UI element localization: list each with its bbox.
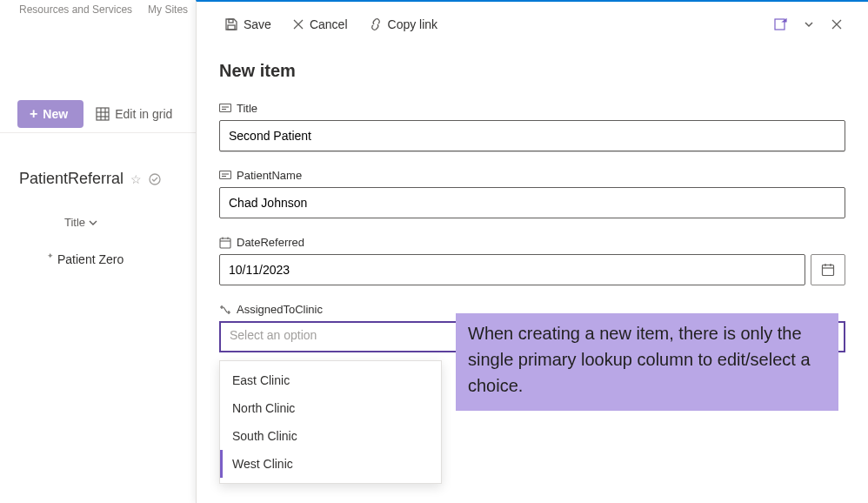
- chevron-down-icon: [89, 218, 97, 227]
- favorite-star-icon[interactable]: ☆: [130, 172, 142, 186]
- svg-rect-9: [220, 104, 231, 111]
- calendar-icon: [219, 237, 231, 249]
- column-header-label: Title: [64, 216, 85, 229]
- save-icon: [224, 17, 238, 31]
- date-picker-button[interactable]: [811, 254, 845, 285]
- copy-link-label: Copy link: [388, 17, 438, 31]
- svg-rect-12: [220, 171, 231, 178]
- field-patientname: PatientName: [219, 169, 845, 218]
- form-panel: Save Cancel Copy link: [196, 0, 868, 503]
- chevron-down-icon: [804, 19, 814, 30]
- plus-icon: +: [30, 107, 37, 121]
- clinic-dropdown: East Clinic North Clinic South Clinic We…: [219, 360, 442, 484]
- new-button[interactable]: + New: [17, 100, 83, 128]
- title-input[interactable]: [219, 120, 845, 151]
- assignedtoclinic-label: AssignedToClinic: [237, 303, 323, 316]
- edit-in-grid-button[interactable]: Edit in grid: [96, 107, 172, 121]
- annotation-callout: When creating a new item, there is only …: [456, 313, 838, 411]
- panel-body: New item Title PatientName: [197, 45, 868, 352]
- svg-point-5: [150, 174, 160, 184]
- more-chevron-button[interactable]: [797, 12, 821, 37]
- patientname-input[interactable]: [219, 187, 845, 218]
- dropdown-option[interactable]: South Clinic: [220, 422, 441, 450]
- svg-rect-6: [228, 25, 235, 30]
- svg-rect-0: [97, 108, 109, 120]
- new-indicator-icon: ✦: [47, 252, 54, 260]
- save-button[interactable]: Save: [216, 14, 280, 35]
- svg-rect-7: [229, 19, 233, 23]
- list-command-bar: + New Edit in grid: [17, 100, 172, 128]
- svg-rect-8: [775, 19, 785, 30]
- cancel-button[interactable]: Cancel: [284, 14, 357, 35]
- row-title: Patient Zero: [57, 252, 124, 266]
- svg-rect-19: [823, 265, 834, 276]
- list-row[interactable]: ✦ Patient Zero: [47, 252, 124, 266]
- text-field-icon: [219, 171, 231, 181]
- datereferred-label: DateReferred: [237, 236, 304, 249]
- dropdown-option[interactable]: West Clinic: [220, 450, 441, 478]
- calendar-icon: [821, 263, 835, 277]
- edit-in-grid-label: Edit in grid: [115, 107, 172, 121]
- patientname-label: PatientName: [237, 169, 302, 182]
- panel-command-bar: Save Cancel Copy link: [197, 2, 868, 45]
- panel-heading: New item: [219, 61, 845, 81]
- global-nav: Resources and Services My Sites: [0, 0, 207, 21]
- field-datereferred: DateReferred: [219, 236, 845, 285]
- cancel-icon: [292, 18, 304, 30]
- nav-mysites[interactable]: My Sites: [148, 3, 188, 17]
- link-icon: [369, 17, 383, 31]
- svg-rect-15: [220, 238, 230, 248]
- close-panel-button[interactable]: [825, 12, 849, 37]
- dropdown-option[interactable]: North Clinic: [220, 394, 441, 422]
- dropdown-option[interactable]: East Clinic: [220, 366, 441, 394]
- field-title: Title: [219, 102, 845, 151]
- copy-link-button[interactable]: Copy link: [360, 14, 447, 35]
- list-title-row: PatientReferral ☆: [19, 170, 161, 188]
- datereferred-input[interactable]: [219, 254, 805, 285]
- close-icon: [831, 18, 843, 30]
- save-label: Save: [244, 17, 271, 31]
- cancel-label: Cancel: [310, 17, 348, 31]
- text-field-icon: [219, 104, 231, 114]
- status-check-icon: [149, 173, 161, 185]
- column-header-title[interactable]: Title: [64, 216, 97, 229]
- new-button-label: New: [43, 107, 68, 121]
- grid-icon: [96, 107, 110, 121]
- lookup-icon: [219, 305, 231, 315]
- edit-form-button[interactable]: [769, 12, 793, 37]
- nav-resources[interactable]: Resources and Services: [19, 3, 132, 17]
- title-label: Title: [237, 102, 257, 115]
- list-name: PatientReferral: [19, 170, 124, 188]
- edit-form-icon: [774, 17, 788, 31]
